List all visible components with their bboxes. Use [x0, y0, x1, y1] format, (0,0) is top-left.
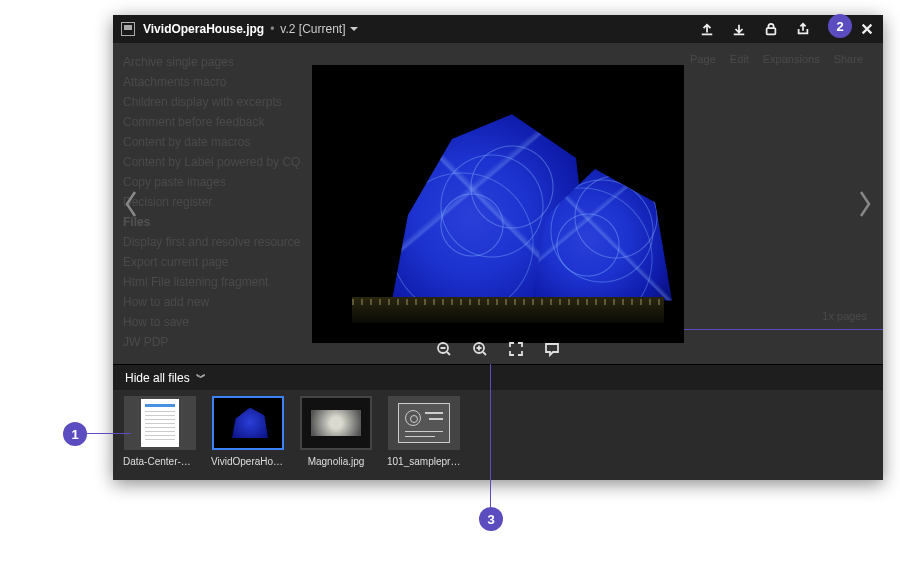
media-viewer: VividOperaHouse.jpg • v.2 [Current] [113, 15, 883, 480]
thumbnail-label: Data-Center-C… [123, 456, 197, 467]
prev-arrow[interactable] [119, 184, 143, 224]
files-toggle-label: Hide all files [125, 371, 190, 385]
chevron-down-icon[interactable] [350, 27, 358, 31]
titlebar: VividOperaHouse.jpg • v.2 [Current] [113, 15, 883, 43]
fullscreen-icon[interactable] [507, 340, 525, 358]
background-page-content: Archive single pages Attachments macro C… [123, 53, 300, 353]
image-toolbar [435, 340, 561, 358]
svg-rect-0 [767, 28, 776, 34]
background-top-actions: Page Edit Expansions Share [690, 53, 863, 65]
files-panel-toggle[interactable]: Hide all files ︾ [113, 364, 883, 390]
annotation-callout-2: 2 [828, 14, 852, 38]
double-chevron-down-icon: ︾ [196, 371, 206, 385]
title-separator: • [270, 22, 274, 36]
version-dropdown-label[interactable]: v.2 [Current] [280, 22, 345, 36]
image-thumb-icon [302, 398, 370, 448]
download-icon[interactable] [731, 21, 747, 37]
upload-icon[interactable] [699, 21, 715, 37]
annotation-callout-3: 3 [479, 507, 503, 531]
annotation-callout-1: 1 [63, 422, 87, 446]
thumbnail-item[interactable]: VividOperaHou… [211, 396, 285, 467]
zoom-out-icon[interactable] [435, 340, 453, 358]
annotation-line-3 [490, 364, 491, 507]
preview-area: Archive single pages Attachments macro C… [113, 43, 883, 364]
share-icon[interactable] [795, 21, 811, 37]
zoom-in-icon[interactable] [471, 340, 489, 358]
thumbnail-item[interactable]: Magnolia.jpg [299, 396, 373, 467]
file-name: VividOperaHouse.jpg [143, 22, 264, 36]
comment-icon[interactable] [543, 340, 561, 358]
thumbnail-item[interactable]: Data-Center-C… [123, 396, 197, 467]
image-thumb-icon [214, 398, 282, 448]
background-footer-label: 1x pages [822, 310, 867, 322]
thumbnail-label: VividOperaHou… [211, 456, 285, 467]
close-icon[interactable] [859, 21, 875, 37]
annotation-line-1 [87, 433, 131, 434]
thumbnail-item[interactable]: 101_samplepre… [387, 396, 461, 467]
thumbnail-label: Magnolia.jpg [299, 456, 373, 467]
image-file-icon [121, 22, 135, 36]
thumbnail-label: 101_samplepre… [387, 456, 461, 467]
document-thumb-icon [141, 399, 179, 447]
lock-icon[interactable] [763, 21, 779, 37]
next-arrow[interactable] [853, 184, 877, 224]
preview-image[interactable] [312, 65, 684, 343]
presentation-thumb-icon [398, 403, 450, 443]
thumbnail-strip: Data-Center-C… VividOperaHou… Magnolia.j… [113, 390, 883, 480]
